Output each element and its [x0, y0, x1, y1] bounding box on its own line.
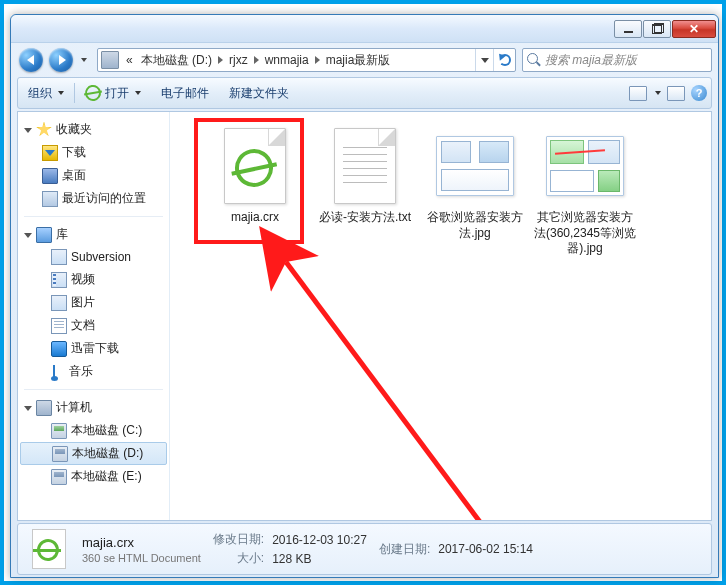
email-button[interactable]: 电子邮件 [151, 78, 219, 108]
size-value: 128 KB [272, 552, 367, 566]
download-icon [42, 145, 58, 161]
video-icon [51, 272, 67, 288]
restore-button[interactable] [643, 20, 671, 38]
tree-label: 文档 [71, 317, 95, 334]
tree-recent[interactable]: 最近访问的位置 [20, 187, 167, 210]
file-item[interactable]: 其它浏览器安装方法(360,2345等浏览器).jpg [530, 122, 640, 261]
breadcrumb-prefix: « [122, 53, 137, 67]
tree-label: 音乐 [69, 363, 93, 380]
tree-label: 桌面 [62, 167, 86, 184]
modified-value: 2016-12-03 10:27 [272, 533, 367, 547]
breadcrumb-part[interactable]: wnmajia [261, 53, 313, 67]
refresh-button[interactable] [493, 49, 515, 71]
tree-label: Subversion [71, 250, 131, 264]
tree-pictures[interactable]: 图片 [20, 291, 167, 314]
address-bar[interactable]: « 本地磁盘 (D:) rjxz wnmajia majia最新版 [97, 48, 516, 72]
explorer-window: ✕ « 本地磁盘 (D:) rjxz wnmajia majia最新版 [10, 14, 719, 578]
back-button[interactable] [17, 47, 45, 73]
open-label: 打开 [105, 85, 129, 102]
tree-computer[interactable]: 计算机 [20, 396, 167, 419]
chevron-down-icon [58, 91, 64, 95]
chevron-right-icon[interactable] [254, 56, 259, 64]
file-name: 谷歌浏览器安装方法.jpg [422, 210, 528, 241]
tree-label: 图片 [71, 294, 95, 311]
selected-file-type: 360 se HTML Document [82, 552, 201, 564]
tree-downloads[interactable]: 下载 [20, 141, 167, 164]
library-icon [36, 227, 52, 243]
computer-icon [36, 400, 52, 416]
star-icon [36, 122, 52, 138]
preview-pane-button[interactable] [667, 86, 685, 101]
created-value: 2017-06-02 15:14 [438, 542, 533, 556]
file-list[interactable]: majia.crx 必读-安装方法.txt [170, 112, 711, 520]
tree-label: 库 [56, 226, 68, 243]
tree-videos[interactable]: 视频 [20, 268, 167, 291]
close-button[interactable]: ✕ [672, 20, 716, 38]
chevron-right-icon[interactable] [218, 56, 223, 64]
chevron-down-icon [135, 91, 141, 95]
tree-drive-e[interactable]: 本地磁盘 (E:) [20, 465, 167, 488]
svg-line-0 [286, 262, 480, 520]
tree-drive-d[interactable]: 本地磁盘 (D:) [20, 442, 167, 465]
expand-icon[interactable] [24, 128, 32, 133]
tree-favorites[interactable]: 收藏夹 [20, 118, 167, 141]
search-box[interactable]: 搜索 majia最新版 [522, 48, 712, 72]
tree-desktop[interactable]: 桌面 [20, 164, 167, 187]
forward-button[interactable] [47, 47, 75, 73]
chevron-right-icon[interactable] [315, 56, 320, 64]
breadcrumb-part[interactable]: majia最新版 [322, 52, 395, 69]
minimize-button[interactable] [614, 20, 642, 38]
file-thumbnail [545, 126, 625, 206]
file-item[interactable]: majia.crx [200, 122, 310, 261]
browser-icon [231, 145, 276, 190]
modified-label: 修改日期: [213, 531, 264, 548]
organize-label: 组织 [28, 85, 52, 102]
tree-label: 本地磁盘 (C:) [71, 422, 142, 439]
chevron-down-icon[interactable] [655, 91, 661, 95]
file-thumbnail [215, 126, 295, 206]
browser-icon [84, 84, 103, 103]
file-thumbnail [435, 126, 515, 206]
picture-icon [51, 295, 67, 311]
document-icon [51, 318, 67, 334]
open-menu[interactable]: 打开 [75, 78, 151, 108]
expand-icon[interactable] [24, 233, 32, 238]
organize-menu[interactable]: 组织 [18, 78, 74, 108]
navigation-pane[interactable]: 收藏夹 下载 桌面 最近访问的位置 库 Subversion 视频 图片 文档 … [18, 112, 170, 520]
tree-label: 迅雷下载 [71, 340, 119, 357]
folder-icon [51, 249, 67, 265]
file-item[interactable]: 谷歌浏览器安装方法.jpg [420, 122, 530, 261]
file-name: 其它浏览器安装方法(360,2345等浏览器).jpg [532, 210, 638, 257]
file-item[interactable]: 必读-安装方法.txt [310, 122, 420, 261]
tree-libraries[interactable]: 库 [20, 223, 167, 246]
view-button[interactable] [629, 86, 647, 101]
expand-icon[interactable] [24, 406, 32, 411]
details-icon [28, 528, 70, 570]
tree-documents[interactable]: 文档 [20, 314, 167, 337]
title-bar: ✕ [11, 15, 718, 43]
search-placeholder: 搜索 majia最新版 [545, 52, 637, 69]
new-folder-button[interactable]: 新建文件夹 [219, 78, 299, 108]
annotation-arrow [250, 222, 510, 520]
tree-xunlei[interactable]: 迅雷下载 [20, 337, 167, 360]
tree-subversion[interactable]: Subversion [20, 246, 167, 268]
tree-label: 本地磁盘 (E:) [71, 468, 142, 485]
size-label: 大小: [213, 550, 264, 567]
breadcrumb-part[interactable]: 本地磁盘 (D:) [137, 52, 216, 69]
tree-music[interactable]: 音乐 [20, 360, 167, 383]
drive-icon [52, 446, 68, 462]
created-label: 创建日期: [379, 541, 430, 558]
search-icon [527, 53, 541, 67]
content-area: 收藏夹 下载 桌面 最近访问的位置 库 Subversion 视频 图片 文档 … [17, 111, 712, 521]
tree-label: 收藏夹 [56, 121, 92, 138]
tree-label: 视频 [71, 271, 95, 288]
new-folder-label: 新建文件夹 [229, 85, 289, 102]
address-dropdown[interactable] [475, 49, 493, 71]
tree-drive-c[interactable]: 本地磁盘 (C:) [20, 419, 167, 442]
history-dropdown[interactable] [77, 47, 91, 73]
details-pane: majia.crx 360 se HTML Document 修改日期: 201… [17, 523, 712, 575]
help-button[interactable]: ? [691, 85, 707, 101]
breadcrumb-part[interactable]: rjxz [225, 53, 252, 67]
recent-icon [42, 191, 58, 207]
tree-label: 下载 [62, 144, 86, 161]
